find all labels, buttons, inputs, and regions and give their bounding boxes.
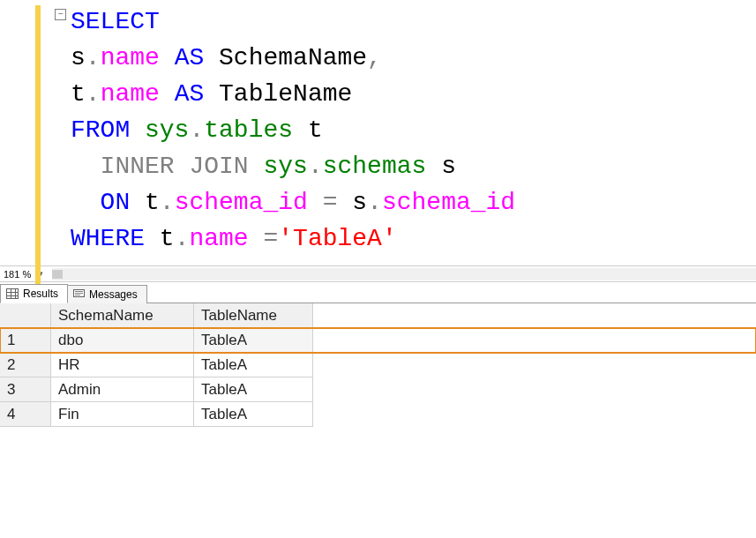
svg-rect-3 <box>75 295 80 295</box>
kw-from: FROM <box>71 116 145 144</box>
results-tabs: Results Messages <box>0 282 756 303</box>
kw-as: AS <box>160 80 219 108</box>
cell-schemaname[interactable]: dbo <box>51 328 194 353</box>
alias-s: s <box>426 153 456 180</box>
member-schemaid: schema_id <box>175 189 308 216</box>
table-row[interactable]: 1dboTableA <box>0 328 756 353</box>
dot: . <box>175 225 190 252</box>
op-equals: = <box>308 189 352 216</box>
member-schemas: schemas <box>323 153 427 180</box>
tab-results-label: Results <box>23 288 58 300</box>
editor-gutter: − <box>0 0 44 265</box>
sql-editor[interactable]: − SELECT s.name AS SchemaName, t.name AS… <box>0 0 756 266</box>
svg-rect-1 <box>75 291 83 292</box>
zoom-value: 181 % <box>0 269 34 280</box>
obj-sys: sys <box>145 116 189 144</box>
alias-t: t <box>145 189 160 216</box>
space <box>175 153 190 180</box>
string-literal: 'TableA' <box>278 225 396 252</box>
cell-schemaname[interactable]: Fin <box>51 402 194 427</box>
collapse-toggle[interactable]: − <box>55 9 66 20</box>
kw-inner: INNER <box>101 153 175 180</box>
dot: . <box>308 153 323 180</box>
table-row[interactable]: 2HRTableA <box>0 353 756 377</box>
dot: . <box>86 44 101 71</box>
alias-s: s <box>352 189 367 216</box>
cell-tablename[interactable]: TableA <box>194 353 313 377</box>
svg-rect-2 <box>75 293 83 294</box>
change-indicator-bar <box>35 5 41 295</box>
alias-t: t <box>160 225 175 252</box>
comma: , <box>367 44 382 71</box>
table-row[interactable]: 3AdminTableA <box>0 377 756 402</box>
dot: . <box>189 116 204 144</box>
kw-join: JOIN <box>189 153 248 180</box>
row-header-corner[interactable] <box>0 303 51 328</box>
member-name: name <box>189 225 248 252</box>
row-number[interactable]: 3 <box>0 377 51 402</box>
cell-schemaname[interactable]: Admin <box>51 377 194 402</box>
cell-schemaname[interactable]: HR <box>51 353 194 377</box>
column-header-schemaname[interactable]: SchemaName <box>51 303 194 328</box>
kw-select: SELECT <box>71 8 160 35</box>
scrollbar-thumb[interactable] <box>52 270 63 279</box>
zoom-bar: 181 % ▼ <box>0 266 756 282</box>
horizontal-scrollbar[interactable] <box>52 268 756 280</box>
tab-messages-label: Messages <box>89 288 138 301</box>
row-number[interactable]: 4 <box>0 402 51 427</box>
column-header-tablename[interactable]: TableName <box>194 303 313 328</box>
cell-tablename[interactable]: TableA <box>194 377 313 402</box>
label-schemaname: SchemaName <box>219 44 367 71</box>
cell-tablename[interactable]: TableA <box>194 328 313 353</box>
kw-as: AS <box>160 44 219 71</box>
member-name: name <box>101 80 160 108</box>
member-tables: tables <box>204 116 293 144</box>
alias-t: t <box>71 80 86 108</box>
tab-results[interactable]: Results <box>0 284 68 303</box>
tab-messages[interactable]: Messages <box>67 285 147 303</box>
row-number[interactable]: 2 <box>0 353 51 377</box>
space <box>249 153 264 180</box>
table-row[interactable]: 4FinTableA <box>0 402 756 427</box>
dot: . <box>86 80 101 108</box>
grid-header-row: SchemaName TableName <box>0 303 756 328</box>
label-tablename: TableName <box>219 80 352 108</box>
kw-where: WHERE <box>71 225 160 252</box>
alias-t: t <box>293 116 323 144</box>
obj-sys: sys <box>263 153 307 180</box>
member-schemaid: schema_id <box>382 189 515 216</box>
messages-icon <box>73 289 85 300</box>
grid-icon <box>6 288 19 299</box>
member-name: name <box>101 44 160 71</box>
dot: . <box>160 189 175 216</box>
kw-on: ON <box>101 189 145 216</box>
op-equals: = <box>249 225 279 252</box>
alias-s: s <box>71 44 86 71</box>
row-number[interactable]: 1 <box>0 328 51 353</box>
cell-tablename[interactable]: TableA <box>194 402 313 427</box>
sql-code[interactable]: SELECT s.name AS SchemaName, t.name AS T… <box>44 0 515 265</box>
dot: . <box>367 189 382 216</box>
results-grid[interactable]: SchemaName TableName 1dboTableA2HRTableA… <box>0 303 756 427</box>
